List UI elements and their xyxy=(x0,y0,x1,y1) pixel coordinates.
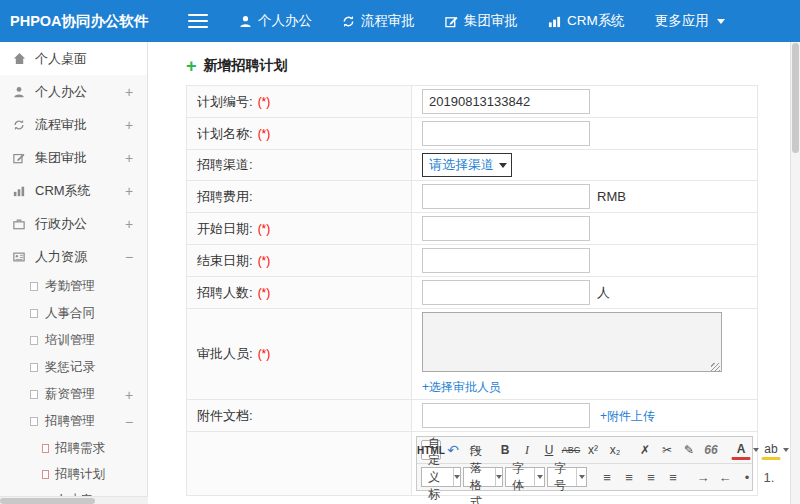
expand-plus-icon[interactable]: + xyxy=(123,387,135,403)
nav-personal-office[interactable]: 个人办公 xyxy=(224,0,327,42)
format-brush-button[interactable]: ✎ xyxy=(679,440,699,460)
sidebar-subitem-recruit-plan[interactable]: 招聘计划 xyxy=(0,461,147,487)
page-header: + 新增招聘计划 xyxy=(149,42,790,85)
highlight-color-button[interactable]: ab xyxy=(761,440,781,460)
custom-heading-select[interactable]: 自定义标题 xyxy=(421,467,461,487)
sidebar-subitem-label: 人事合同 xyxy=(45,305,135,322)
font-family-select[interactable]: 字体 xyxy=(505,467,545,487)
sidebar-item-workflow-approval[interactable]: 流程审批 + xyxy=(0,108,147,141)
edit-icon xyxy=(445,15,458,28)
subscript-button[interactable]: x₂ xyxy=(605,440,625,460)
sidebar-item-label: 个人办公 xyxy=(35,83,123,101)
strikethrough-button[interactable]: ABC xyxy=(561,440,581,460)
module-icon xyxy=(30,309,38,318)
sidebar-subitem-rewards[interactable]: 奖惩记录 xyxy=(0,354,147,381)
collapse-minus-icon[interactable]: − xyxy=(123,414,135,430)
sidebar-subitem-recruitment[interactable]: 招聘管理 − xyxy=(0,408,147,435)
expand-plus-icon[interactable]: + xyxy=(123,117,135,133)
main-content: + 新增招聘计划 计划编号:(*) 计划名称:(*) 招聘渠道: xyxy=(149,42,790,504)
caret-down-icon[interactable] xyxy=(783,448,789,452)
headcount-input[interactable] xyxy=(422,280,590,305)
remove-format-button[interactable]: ✗ xyxy=(635,440,655,460)
sidebar-subitem-salary[interactable]: 薪资管理 + xyxy=(0,381,147,408)
nav-label: 集团审批 xyxy=(464,12,518,30)
doc-icon xyxy=(42,470,49,479)
expand-plus-icon[interactable]: + xyxy=(123,150,135,166)
nav-crm-system[interactable]: CRM系统 xyxy=(533,0,640,42)
nav-more-apps[interactable]: 更多应用 xyxy=(640,0,740,42)
align-center-button[interactable]: ≡ xyxy=(619,467,639,487)
field-label: 结束日期: xyxy=(197,253,253,268)
italic-button[interactable]: I xyxy=(517,440,537,460)
sidebar-item-group-approval[interactable]: 集团审批 + xyxy=(0,141,147,174)
sidebar-item-admin-office[interactable]: 行政办公 + xyxy=(0,207,147,240)
sidebar-item-personal-office[interactable]: 个人办公 + xyxy=(0,75,147,108)
horizontal-scrollbar-thumb[interactable] xyxy=(0,498,95,504)
channel-selected-value: 请选择渠道 xyxy=(429,156,494,174)
sidebar-subitem-hr-contract[interactable]: 人事合同 xyxy=(0,300,147,327)
align-justify-button[interactable]: ≡ xyxy=(663,467,683,487)
form-row-approver: 审批人员:(*) +选择审批人员 xyxy=(187,309,758,400)
sidebar-item-label: 行政办公 xyxy=(35,215,123,233)
attachment-upload-link[interactable]: +附件上传 xyxy=(600,409,655,423)
paragraph-format-select[interactable]: 段落格式 xyxy=(463,467,503,487)
sidebar-subitem-talent-pool[interactable]: 人才库 xyxy=(0,487,147,496)
sidebar-subitem-attendance[interactable]: 考勤管理 xyxy=(0,273,147,300)
font-color-button[interactable]: A xyxy=(731,440,751,460)
plan-number-input[interactable] xyxy=(422,89,590,114)
nav-workflow-approval[interactable]: 流程审批 xyxy=(327,0,430,42)
align-right-button[interactable]: ≡ xyxy=(641,467,661,487)
expand-plus-icon[interactable]: + xyxy=(123,183,135,199)
person-icon xyxy=(12,86,26,98)
blockquote-button[interactable]: 66 xyxy=(701,440,721,460)
numbered-list-button[interactable]: 1. xyxy=(759,467,779,487)
start-date-input[interactable] xyxy=(422,216,590,241)
sidebar-item-crm[interactable]: CRM系统 + xyxy=(0,174,147,207)
vertical-scrollbar xyxy=(790,42,800,504)
form-row-end-date: 结束日期:(*) xyxy=(187,245,758,277)
attachment-input[interactable] xyxy=(422,403,590,428)
module-icon xyxy=(30,282,38,291)
font-size-select[interactable]: 字号 xyxy=(547,467,587,487)
bold-button[interactable]: B xyxy=(495,440,515,460)
bullet-list-button[interactable]: • xyxy=(737,467,757,487)
plan-name-input[interactable] xyxy=(422,121,590,146)
fee-input[interactable] xyxy=(422,184,590,209)
indent-button[interactable]: → xyxy=(693,467,713,487)
sidebar: 个人桌面 个人办公 + 流程审批 + 集团审批 + CRM系统 + 行政办公 + xyxy=(0,42,148,496)
expand-plus-icon[interactable]: + xyxy=(123,84,135,100)
sidebar-subitem-training[interactable]: 培训管理 xyxy=(0,327,147,354)
channel-select[interactable]: 请选择渠道 xyxy=(422,153,512,177)
collapse-minus-icon[interactable]: − xyxy=(123,249,135,265)
caret-down-icon[interactable] xyxy=(753,448,759,452)
outdent-button[interactable]: ← xyxy=(715,467,735,487)
end-date-input[interactable] xyxy=(422,248,590,273)
nav-label: 流程审批 xyxy=(361,12,415,30)
resize-handle-icon[interactable] xyxy=(711,363,720,372)
cut-button[interactable]: ✂ xyxy=(657,440,677,460)
form-row-plan-name: 计划名称:(*) xyxy=(187,118,758,150)
underline-button[interactable]: U xyxy=(539,440,559,460)
align-left-button[interactable]: ≡ xyxy=(597,467,617,487)
sidebar-subitem-label: 薪资管理 xyxy=(45,386,116,403)
sidebar-subitem-label: 培训管理 xyxy=(45,332,135,349)
nav-group-approval[interactable]: 集团审批 xyxy=(430,0,533,42)
required-mark: (*) xyxy=(258,222,271,236)
select-approver-link[interactable]: +选择审批人员 xyxy=(422,379,747,396)
menu-toggle-icon[interactable] xyxy=(188,14,208,28)
superscript-button[interactable]: x² xyxy=(583,440,603,460)
vertical-scrollbar-thumb[interactable] xyxy=(792,43,799,153)
nav-label: 更多应用 xyxy=(655,12,709,30)
bar-chart-icon xyxy=(12,185,26,197)
select-label: 字体 xyxy=(512,460,528,494)
module-icon xyxy=(30,336,38,345)
sidebar-item-desktop[interactable]: 个人桌面 xyxy=(0,42,147,75)
field-label: 计划名称: xyxy=(197,126,253,141)
module-icon xyxy=(30,417,38,426)
expand-plus-icon[interactable]: + xyxy=(123,216,135,232)
sidebar-subitem-recruit-demand[interactable]: 招聘需求 xyxy=(0,435,147,461)
approver-textarea[interactable] xyxy=(422,312,722,372)
sidebar-item-hr[interactable]: 人力资源 − xyxy=(0,240,147,273)
page-title: 新增招聘计划 xyxy=(204,57,288,75)
briefcase-icon xyxy=(12,218,26,230)
